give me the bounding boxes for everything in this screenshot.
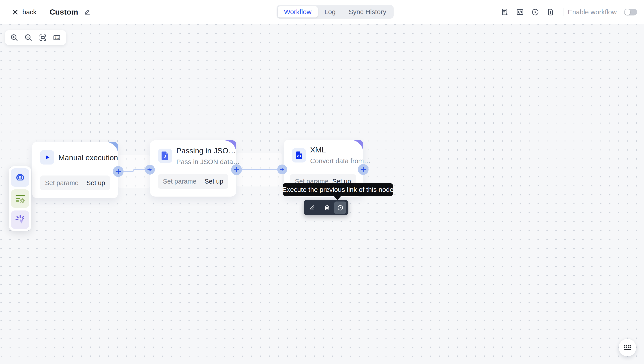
arrow-right-icon — [147, 167, 153, 172]
rename-button[interactable] — [84, 9, 91, 16]
divider — [563, 8, 564, 16]
trash-icon — [324, 204, 330, 211]
zoom-in-icon — [10, 33, 18, 42]
top-bar: back Custom Workflow Log Sync History — [0, 0, 644, 24]
set-parameters-button[interactable]: Set parame Set up — [158, 174, 228, 189]
list-settings-icon — [14, 193, 26, 205]
node-title: XML — [310, 145, 326, 154]
header-right: Enable workflow — [496, 0, 637, 24]
tab-workflow[interactable]: Workflow — [278, 6, 318, 18]
set-parameters-button[interactable]: Set parame Set up — [40, 175, 110, 190]
node-manual-execution[interactable]: Manual execution Set parame Set up — [32, 142, 118, 198]
arrow-right-icon — [279, 166, 285, 172]
back-label: back — [22, 8, 36, 16]
edit-node-button[interactable] — [306, 200, 320, 215]
setup-label: Set up — [86, 179, 105, 187]
execution-log-button[interactable] — [499, 6, 511, 18]
shortcut-keys-button[interactable] — [619, 339, 636, 356]
node-subtitle: Pass in JSON data… — [176, 158, 240, 166]
svg-text:J: J — [164, 154, 166, 158]
node-icon-play — [40, 150, 54, 164]
node-corner-fold — [350, 140, 363, 153]
code-icon — [516, 8, 524, 16]
export-file-icon — [546, 8, 554, 16]
plus-icon — [116, 169, 121, 174]
enable-workflow-toggle[interactable] — [624, 9, 637, 16]
execution-log-icon — [501, 8, 509, 16]
tooltip: Execute the previous link of this node — [282, 183, 393, 196]
zoom-toolbar: 1:1 — [5, 30, 66, 45]
tab-log[interactable]: Log — [318, 6, 342, 18]
node-icon-json: J — [158, 149, 172, 163]
play-circle-icon — [337, 205, 344, 211]
trigger-icon — [14, 172, 26, 183]
actual-size-button[interactable]: 1:1 — [52, 33, 62, 43]
plus-icon — [234, 167, 239, 172]
divider — [43, 8, 43, 16]
setup-label: Set up — [204, 178, 223, 185]
tooltip-tail — [334, 196, 341, 200]
toggle-knob — [624, 9, 630, 15]
node-corner-fold — [105, 142, 118, 155]
edit-pencil-icon — [84, 9, 91, 16]
palette-trigger-button[interactable] — [11, 168, 29, 187]
run-workflow-button[interactable] — [530, 6, 541, 18]
code-view-button[interactable] — [514, 6, 526, 18]
zoom-out-icon — [24, 33, 33, 42]
workflow-title: Custom — [50, 8, 78, 16]
node-action-toolbar — [304, 200, 348, 215]
one-to-one-icon: 1:1 — [52, 33, 61, 42]
node-title: Passing in JSO… — [176, 146, 236, 155]
input-port-arrow[interactable] — [277, 164, 287, 174]
execute-previous-link-button[interactable] — [334, 202, 346, 214]
edge-zone[interactable] — [236, 153, 282, 187]
close-icon — [12, 9, 19, 16]
zoom-in-button[interactable] — [10, 33, 19, 43]
keyboard-icon — [624, 344, 632, 351]
header-left: back Custom — [12, 0, 91, 24]
fit-view-icon — [38, 33, 47, 42]
click-action-icon — [14, 214, 26, 226]
node-palette — [9, 166, 31, 231]
palette-click-action-button[interactable] — [11, 211, 29, 229]
view-tabs: Workflow Log Sync History — [276, 5, 394, 19]
edit-pencil-icon — [309, 204, 316, 211]
node-passing-in-json[interactable]: J Passing in JSO… Pass in JSON data… Set… — [150, 140, 236, 197]
plus-icon — [360, 167, 366, 172]
param-label: Set parame — [45, 179, 78, 187]
export-button[interactable] — [545, 6, 556, 18]
add-node-port[interactable] — [358, 164, 368, 175]
add-node-port[interactable] — [231, 164, 242, 175]
play-circle-icon — [531, 8, 539, 16]
delete-node-button[interactable] — [320, 200, 334, 215]
fit-view-button[interactable] — [38, 33, 48, 43]
node-subtitle: Convert data from… — [310, 157, 370, 165]
input-port-arrow[interactable] — [145, 165, 155, 174]
add-node-port[interactable] — [113, 166, 124, 177]
workflow-editor: back Custom Workflow Log Sync History — [0, 0, 644, 364]
node-icon-xml — [292, 148, 306, 162]
param-label: Set parame — [163, 178, 196, 185]
zoom-out-button[interactable] — [24, 33, 33, 43]
svg-text:1:1: 1:1 — [55, 36, 59, 39]
tab-sync-history[interactable]: Sync History — [342, 6, 392, 18]
enable-workflow-label: Enable workflow — [568, 8, 617, 16]
workflow-canvas[interactable]: 1:1 — [0, 24, 644, 364]
palette-list-settings-button[interactable] — [11, 190, 29, 208]
back-button[interactable]: back — [12, 8, 36, 16]
node-title: Manual execution — [58, 153, 118, 162]
